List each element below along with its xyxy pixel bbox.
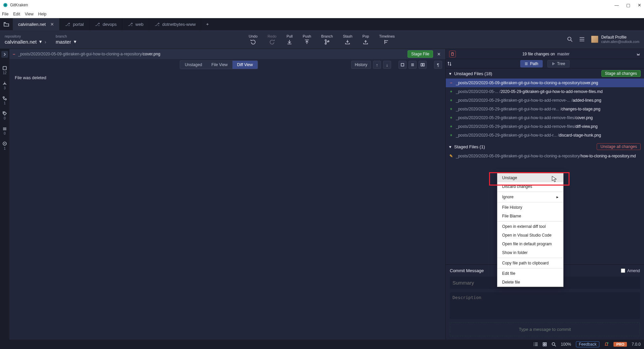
menu-file[interactable]: File	[2, 12, 8, 16]
window-maximize-button[interactable]: ▢	[626, 3, 630, 8]
menu-edit[interactable]: Edit	[13, 12, 20, 16]
commit-button[interactable]: Type a message to commit	[450, 322, 640, 336]
ctx-open-in-external-diff-tool[interactable]: Open in external diff tool	[497, 222, 563, 231]
avatar	[591, 36, 598, 43]
menu-view[interactable]: View	[25, 12, 34, 16]
discard-all-button[interactable]	[449, 51, 456, 57]
window-minimize-button[interactable]: —	[614, 3, 619, 8]
stage-all-button[interactable]: Stage all changes	[601, 70, 641, 77]
ctx-ignore[interactable]: Ignore▸	[497, 193, 563, 201]
unstage-all-button[interactable]: Unstage all changes	[597, 143, 641, 150]
file-row[interactable]: + _posts/2020/2020-05-29-gitkraken-git-g…	[446, 96, 644, 105]
ctx-discard-changes[interactable]: Discard changes	[497, 182, 563, 191]
ctx-unstage[interactable]: Unstage	[497, 173, 563, 182]
push-button[interactable]: Push	[303, 34, 311, 45]
notification-icon[interactable]	[604, 342, 609, 347]
branch-selector[interactable]: branch master▾	[56, 34, 76, 45]
ctx-open-in-visual-studio-code[interactable]: Open in Visual Studio Code	[497, 231, 563, 240]
repo-selector[interactable]: repository calvinallen.net▾›	[5, 34, 46, 45]
grid-view-icon[interactable]	[543, 342, 547, 346]
search-button[interactable]	[567, 36, 573, 42]
stashes-item[interactable]: 0	[2, 126, 7, 135]
file-row[interactable]: + _posts/2020/2020-05-29-gitkraken-git-g…	[446, 113, 644, 122]
undo-button[interactable]: Undo	[249, 34, 258, 45]
history-button[interactable]: History	[351, 61, 371, 69]
file-row[interactable]: + _posts/2020/2020-05-29-gitkraken-git-g…	[446, 122, 644, 131]
inline-view-button[interactable]	[409, 61, 417, 69]
tree-mode-button[interactable]: Tree	[547, 60, 570, 67]
pull-icon	[286, 39, 292, 45]
amend-checkbox[interactable]: Amend	[621, 268, 640, 273]
local-branches-item[interactable]: 12	[2, 66, 7, 75]
stage-file-button[interactable]: Stage File	[408, 50, 433, 58]
collapse-panel-button[interactable]	[636, 52, 641, 56]
feedback-button[interactable]: Feedback	[576, 341, 600, 347]
file-row[interactable]: − _posts/2020/2020-05-09-gitkraken-git-g…	[446, 79, 644, 87]
nav-down-button[interactable]: ↓	[383, 61, 391, 69]
wrap-toggle-button[interactable]: ¶	[434, 61, 442, 69]
window-close-button[interactable]: ✕	[638, 3, 641, 8]
tab-portal[interactable]: ⎇ portal	[60, 18, 90, 30]
open-repo-button[interactable]	[0, 18, 13, 30]
hunk-view-button[interactable]	[398, 61, 407, 69]
pull-requests-item[interactable]: 1	[2, 96, 7, 105]
tab-devops[interactable]: ⎇ devops	[90, 18, 122, 30]
unstaged-header[interactable]: ▾ Unstaged Files (18) Stage all changes	[446, 68, 644, 79]
profile-menu[interactable]: Default Profile calvin.allen@outlook.com	[591, 35, 639, 44]
ctx-edit-file[interactable]: Edit file	[497, 269, 563, 278]
path-mode-button[interactable]: Path	[520, 60, 543, 67]
close-file-button[interactable]: ✕	[436, 52, 442, 57]
editor-content: File was deleted	[9, 70, 445, 340]
expand-sidebar-button[interactable]	[1, 51, 8, 58]
submodules-item[interactable]: 1	[2, 141, 7, 150]
stash-button[interactable]: Stash	[343, 34, 352, 45]
ctx-file-history[interactable]: File History	[497, 203, 563, 212]
file-row[interactable]: ✎ _posts/2020/2020-05-09-gitkraken-git-g…	[446, 152, 644, 160]
nav-up-button[interactable]: ↑	[373, 61, 381, 69]
ctx-open-file-in-default-program[interactable]: Open file in default program	[497, 240, 563, 248]
list-view-icon[interactable]	[533, 342, 538, 346]
tab-close-icon[interactable]: ✕	[50, 22, 54, 27]
staged-file-list: ✎ _posts/2020/2020-05-09-gitkraken-git-g…	[446, 152, 644, 160]
list-mode-bar: Path Tree	[446, 59, 644, 68]
ctx-show-in-folder[interactable]: Show in folder	[497, 248, 563, 257]
window-title: GitKraken	[10, 3, 614, 7]
svg-point-5	[568, 37, 571, 41]
ctx-delete-file[interactable]: Delete file	[497, 278, 563, 287]
unstaged-tab[interactable]: Unstaged	[180, 61, 207, 69]
commit-description-input[interactable]	[450, 292, 640, 319]
file-row[interactable]: + _posts/2020/2020-05-29-gitkraken-git-g…	[446, 131, 644, 140]
branch-button[interactable]: Branch	[321, 34, 333, 45]
zoom-icon[interactable]	[551, 342, 556, 347]
sort-button[interactable]	[447, 61, 452, 66]
pull-button[interactable]: Pull	[286, 34, 292, 45]
changes-summary-bar: 19 file changes on master	[446, 49, 644, 59]
diff-view-tab[interactable]: Diff View	[232, 61, 258, 69]
svg-point-2	[325, 40, 326, 41]
tab-web[interactable]: ⎇ web	[122, 18, 149, 30]
app-body: calvinallen.net ✕ ⎇ portal ⎇ devops ⎇ we…	[0, 18, 644, 340]
repo-icon: ⎇	[65, 22, 70, 27]
new-tab-button[interactable]: ＋	[201, 18, 213, 30]
remotes-item[interactable]: 3	[2, 81, 7, 90]
timelines-button[interactable]: Timelines	[379, 34, 395, 45]
file-view-tab[interactable]: File View	[207, 61, 232, 69]
file-row[interactable]: + _posts/2020/2020-05-... /2020-05-29-gi…	[446, 87, 644, 96]
tab-dotnetbytes[interactable]: ⎇ dotnetbytes-www	[149, 18, 202, 30]
settings-button[interactable]	[579, 37, 585, 42]
ctx-copy-file-path-to-clipboard[interactable]: Copy file path to clipboard	[497, 259, 563, 267]
version-label: 7.0.0	[632, 342, 641, 347]
pop-button[interactable]: Pop	[363, 34, 369, 45]
view-mode-segment: Unstaged File View Diff View	[180, 60, 258, 69]
ctx-file-blame[interactable]: File Blame	[497, 212, 563, 220]
tags-item[interactable]: 0	[2, 111, 7, 120]
menu-help[interactable]: Help	[38, 12, 47, 16]
file-row[interactable]: + _posts/2020/2020-05-29-gitkraken-git-g…	[446, 105, 644, 113]
repo-icon: ⎇	[95, 22, 100, 27]
svg-point-18	[552, 343, 555, 345]
split-view-button[interactable]	[419, 61, 427, 69]
tab-calvinallen[interactable]: calvinallen.net ✕	[13, 18, 60, 30]
add-icon: +	[449, 98, 453, 103]
staged-header[interactable]: ▾ Staged Files (1) Unstage all changes	[446, 142, 644, 152]
redo-button[interactable]: Redo	[268, 34, 276, 45]
